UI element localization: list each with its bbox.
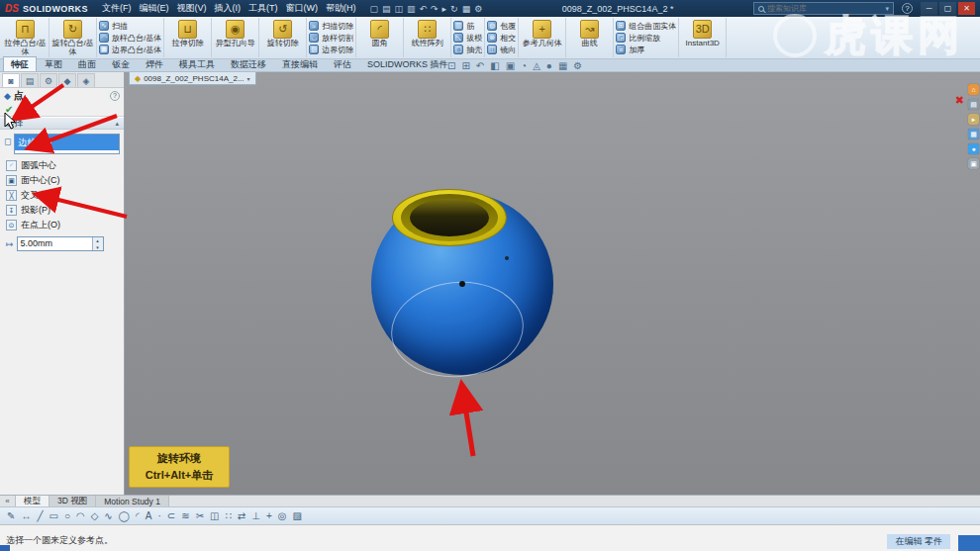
options-icon[interactable]: ⚙ xyxy=(474,4,482,14)
cancel-button[interactable]: ✖ xyxy=(22,104,30,115)
tab-3d-views[interactable]: 3D 视图 xyxy=(49,496,96,506)
tab-sketch[interactable]: 草图 xyxy=(37,56,70,71)
collapse-caret-icon[interactable]: ▴ xyxy=(115,120,119,128)
hide-show-items-button[interactable]: ◬ xyxy=(533,60,540,71)
linear-sketch-pattern-tool[interactable]: ∷ xyxy=(225,510,231,521)
center-of-face-option[interactable]: ▣ 面中心(C) xyxy=(0,173,124,188)
sketch-fillet-tool[interactable]: ◜ xyxy=(136,510,140,521)
point-tool[interactable]: · xyxy=(158,510,161,521)
sketch-button[interactable]: ✎ xyxy=(7,510,15,521)
menu-window[interactable]: 窗口(W) xyxy=(281,2,322,15)
projection-option[interactable]: ↧ 投影(P) xyxy=(0,203,124,218)
arc-center-option[interactable]: ◜ 圆弧中心 xyxy=(0,158,124,173)
line-tool[interactable]: ╱ xyxy=(37,510,43,521)
spline-tool[interactable]: ∿ xyxy=(104,510,112,521)
swept-boss-base-button[interactable]: ∿ 扫描 xyxy=(99,20,161,32)
menu-edit[interactable]: 编辑(E) xyxy=(135,2,172,15)
menu-tools[interactable]: 工具(T) xyxy=(245,2,282,15)
minimize-button[interactable]: ─ xyxy=(921,2,937,15)
edit-appearance-button[interactable]: ● xyxy=(546,60,552,71)
confirmation-cancel-icon[interactable]: ✖ xyxy=(955,94,964,107)
search-input[interactable] xyxy=(767,4,882,13)
tab-sheet-metal[interactable]: 钣金 xyxy=(104,56,138,71)
view-palette-icon[interactable]: ▦ xyxy=(968,129,979,139)
reference-entities-box[interactable]: 边线<1> xyxy=(14,134,120,154)
distance-stepper[interactable]: 5.00mm ▴▾ xyxy=(17,236,104,251)
wrap-button[interactable]: ◍ 包覆 xyxy=(487,20,516,32)
reference-geometry-button[interactable]: + 参考几何体 xyxy=(521,18,563,57)
distance-value[interactable]: 5.00mm xyxy=(18,237,92,250)
displaymanager-tab[interactable]: ◈ xyxy=(77,73,95,87)
print-icon[interactable]: ▥ xyxy=(407,4,416,14)
help-icon[interactable]: ? xyxy=(902,3,913,14)
instant3d-toggle[interactable]: 3D Instant3D xyxy=(681,18,724,57)
extruded-boss-base-button[interactable]: ⊓ 拉伸凸台/基体 xyxy=(4,18,47,57)
maximize-button[interactable]: ▢ xyxy=(939,2,956,15)
rib-button[interactable]: ▥ 筋 xyxy=(453,20,482,32)
custom-properties-icon[interactable]: ▣ xyxy=(968,158,979,169)
circle-tool[interactable]: ○ xyxy=(64,510,70,521)
menu-help[interactable]: 帮助(H) xyxy=(322,2,360,15)
graphics-viewport[interactable]: ◆ 0098_Z_002_PHSC14A_2... ▾ ✖ ⌂▤▸▦●▣ 旋转环… xyxy=(125,72,980,495)
search-dropdown-icon[interactable]: ▾ xyxy=(885,5,889,13)
rapid-sketch-tool[interactable]: ▨ xyxy=(293,510,302,521)
previous-view-button[interactable]: ↶ xyxy=(476,60,484,71)
offset-entities-tool[interactable]: ≋ xyxy=(181,510,189,521)
move-entities-tool[interactable]: ⇄ xyxy=(238,510,245,521)
boundary-cut-button[interactable]: ▨ 边界切除 xyxy=(309,44,353,55)
shell-button[interactable]: ▢ 抽壳 xyxy=(453,44,482,55)
new-file-icon[interactable]: ▢ xyxy=(369,4,378,14)
tab-scroll-icon[interactable]: « xyxy=(0,496,16,506)
polygon-tool[interactable]: ◇ xyxy=(91,510,99,521)
combine-bodies-button[interactable]: ⊞ 组合曲面实体 xyxy=(616,20,676,32)
open-file-icon[interactable]: ▤ xyxy=(382,4,391,14)
rectangle-tool[interactable]: ▭ xyxy=(49,510,57,521)
apply-scene-button[interactable]: ▦ xyxy=(558,60,567,71)
fillet-button[interactable]: ◜ 圆角 xyxy=(358,18,401,57)
rebuild-icon[interactable]: ↻ xyxy=(450,4,458,14)
display-relations-tool[interactable]: ⊥ xyxy=(251,510,260,521)
ellipse-tool[interactable]: ◯ xyxy=(119,510,130,521)
tab-data-migration[interactable]: 数据迁移 xyxy=(223,56,274,71)
tab-direct-editing[interactable]: 直接编辑 xyxy=(274,56,326,71)
lofted-cut-button[interactable]: ◡ 放样切割 xyxy=(309,32,353,44)
tab-surfaces[interactable]: 曲面 xyxy=(70,56,104,71)
design-library-icon[interactable]: ▤ xyxy=(968,99,979,110)
pm-help-icon[interactable]: ? xyxy=(110,91,120,101)
dimxpertmanager-tab[interactable]: ◆ xyxy=(58,73,76,87)
draft-button[interactable]: ◺ 拔模 xyxy=(453,32,482,44)
select-icon[interactable]: ▸ xyxy=(442,4,447,14)
view-settings-button[interactable]: ⚙ xyxy=(573,60,582,71)
tab-motion-study-1[interactable]: Motion Study 1 xyxy=(96,496,169,506)
zoom-fit-button[interactable]: ⊡ xyxy=(447,60,455,71)
hole-wizard-button[interactable]: ◉ 异型孔向导 xyxy=(214,18,256,57)
solidworks-resources-icon[interactable]: ⌂ xyxy=(968,84,979,95)
close-button[interactable]: ✕ xyxy=(958,2,975,15)
appearances-scenes-icon[interactable]: ● xyxy=(968,143,979,154)
tab-evaluate[interactable]: 评估 xyxy=(326,56,359,71)
file-explorer-icon[interactable]: ▸ xyxy=(968,114,979,125)
tab-model[interactable]: 模型 xyxy=(16,496,49,506)
quick-snaps-tool[interactable]: ◎ xyxy=(278,510,287,521)
save-icon[interactable]: ◫ xyxy=(394,4,403,14)
center-point[interactable] xyxy=(459,281,465,287)
revolved-cut-button[interactable]: ↺ 旋转切除 xyxy=(261,18,304,57)
stepper-arrows[interactable]: ▴▾ xyxy=(92,237,103,250)
section-view-button[interactable]: ◧ xyxy=(490,60,499,71)
ok-button[interactable]: ✔ xyxy=(5,104,13,115)
featuremanager-tab[interactable]: ◙ xyxy=(2,73,20,87)
tab-weldments[interactable]: 焊件 xyxy=(138,56,171,71)
curves-button[interactable]: ↝ 曲线 xyxy=(568,18,611,57)
intersect-button[interactable]: ⊗ 相交 xyxy=(487,32,516,44)
on-point-option[interactable]: ⊙ 在点上(O) xyxy=(0,218,124,232)
revolved-boss-base-button[interactable]: ↻ 旋转凸台/基体 xyxy=(51,18,94,57)
lofted-boss-base-button[interactable]: ◠ 放样凸台/基体 xyxy=(99,32,161,44)
menu-view[interactable]: 视图(V) xyxy=(172,2,210,15)
undo-icon[interactable]: ↶ xyxy=(419,4,427,14)
smart-dimension-button[interactable]: ↔ xyxy=(21,510,31,521)
redo-icon[interactable]: ↷ xyxy=(431,4,439,14)
intersection-option[interactable]: ╳ 交叉点(I) xyxy=(0,188,124,203)
linear-pattern-button[interactable]: ∷ 线性阵列 xyxy=(406,18,448,57)
scale-button[interactable]: ◲ 比例缩放 xyxy=(616,32,676,44)
display-style-button[interactable]: ◔ xyxy=(521,60,527,71)
